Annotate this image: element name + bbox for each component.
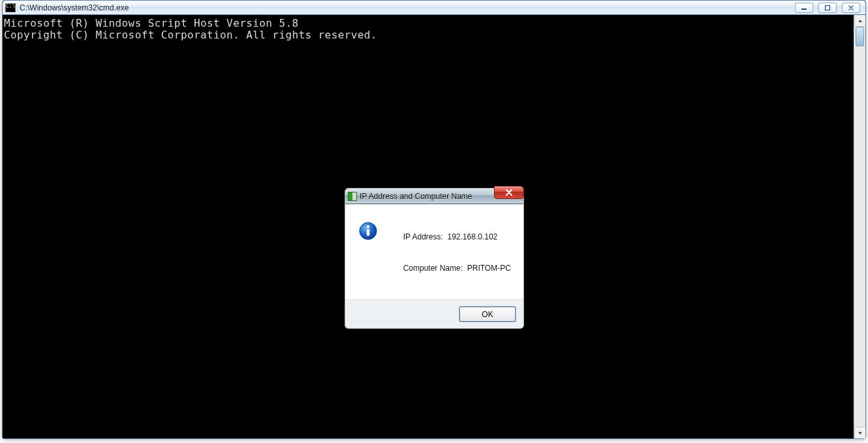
dialog-titlebar[interactable]: IP Address and Computer Name [345, 189, 523, 204]
computer-name-label: Computer Name: [403, 264, 463, 273]
ok-button-label: OK [482, 310, 493, 319]
svg-rect-0 [801, 8, 807, 10]
close-icon [848, 5, 854, 11]
svg-rect-1 [826, 5, 830, 10]
ip-dialog: IP Address and Computer Name IP Address:… [345, 188, 524, 329]
cmd-line: Microsoft (R) Windows Script Host Versio… [4, 17, 298, 29]
dialog-footer: OK [345, 300, 523, 328]
scroll-down-button[interactable] [854, 427, 865, 438]
scroll-thumb[interactable] [856, 27, 864, 46]
info-icon [358, 221, 378, 241]
chevron-down-icon [858, 431, 863, 436]
cmd-title: C:\Windows\system32\cmd.exe [18, 3, 129, 12]
dialog-message: IP Address: 192.168.0.102 Computer Name:… [386, 221, 511, 284]
cmd-app-icon [5, 3, 16, 12]
minimize-icon [801, 5, 807, 11]
vertical-scrollbar[interactable] [854, 15, 865, 438]
cmd-titlebar[interactable]: C:\Windows\system32\cmd.exe [3, 1, 865, 15]
ip-label: IP Address: [403, 232, 443, 241]
close-icon [505, 189, 513, 196]
scroll-up-button[interactable] [854, 15, 865, 27]
chevron-up-icon [858, 18, 863, 23]
dialog-body: IP Address: 192.168.0.102 Computer Name:… [345, 204, 523, 300]
maximize-button[interactable] [818, 3, 837, 13]
window-controls [795, 3, 865, 13]
minimize-button[interactable] [795, 3, 813, 13]
ok-button[interactable]: OK [459, 307, 516, 322]
dialog-close-button[interactable] [494, 186, 524, 199]
maximize-icon [824, 5, 831, 11]
cmd-line: Copyright (C) Microsoft Corporation. All… [4, 29, 377, 41]
dialog-title: IP Address and Computer Name [360, 192, 473, 201]
ip-value: 192.168.0.102 [448, 232, 498, 241]
close-button[interactable] [842, 3, 860, 13]
computer-name-value: PRITOM-PC [467, 264, 511, 273]
dialog-app-icon [348, 192, 357, 201]
svg-rect-4 [367, 229, 370, 236]
svg-point-3 [367, 225, 370, 228]
